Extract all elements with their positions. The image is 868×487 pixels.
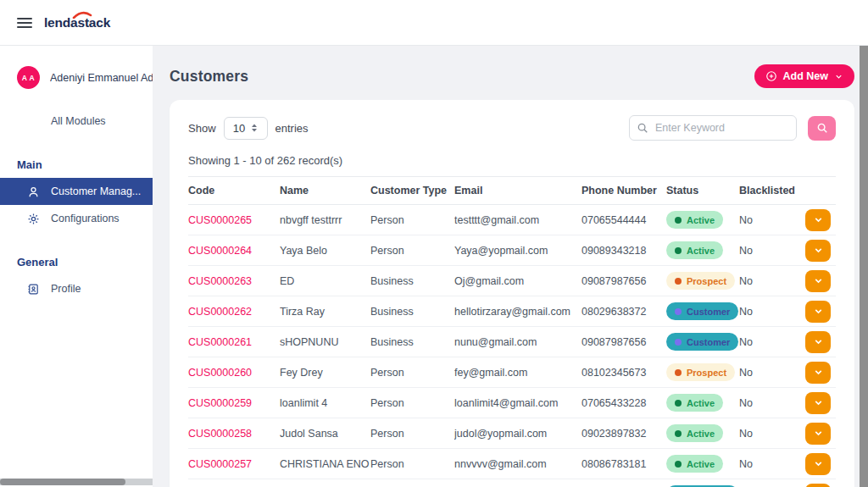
scrollbar-thumb[interactable] (0, 479, 125, 485)
user-icon (27, 185, 41, 198)
cell-status: Active (666, 205, 739, 235)
cell-code[interactable]: CUS0000263 (188, 266, 280, 296)
chevron-down-icon (813, 245, 824, 256)
cell-name: ED (280, 266, 370, 296)
status-badge: Active (666, 211, 723, 229)
cell-code[interactable]: CUS0000259 (188, 388, 280, 418)
cell-status: Active (666, 388, 739, 418)
cell-email: testttt@gmail.com (454, 205, 581, 235)
row-actions-button[interactable] (805, 362, 831, 384)
cell-actions (805, 266, 836, 296)
grid-icon (27, 114, 41, 128)
cell-status: Active (666, 449, 739, 479)
status-badge: Active (666, 424, 723, 442)
cell-email: nnvvvv@gmail.com (454, 449, 581, 479)
cell-status: Customer (666, 327, 739, 357)
cell-email: Yaya@yopmail.com (454, 235, 581, 266)
app-logo[interactable]: lendastack (44, 15, 110, 30)
sidebar-item-label: All Modules (51, 115, 106, 127)
chevron-down-icon (813, 428, 824, 439)
chevron-down-icon (813, 336, 824, 347)
row-actions-button[interactable] (805, 484, 831, 487)
sidebar-item-all-modules[interactable]: All Modules (0, 108, 153, 135)
search-input[interactable] (629, 115, 797, 141)
cell-code[interactable]: CUS0000257 (188, 449, 280, 479)
cell-code[interactable]: CUS0000264 (188, 235, 280, 266)
status-badge: Active (666, 455, 723, 473)
cell-blacklisted: No (739, 327, 805, 357)
cell-actions (805, 235, 836, 266)
cell-phone: 07065544444 (581, 205, 666, 235)
chevron-down-icon (813, 458, 824, 469)
add-new-label: Add New (783, 70, 828, 82)
cell-name: sHOPNUNU (280, 327, 370, 357)
status-badge: Active (666, 241, 723, 259)
cell-code[interactable]: CUS0000262 (188, 296, 280, 327)
row-actions-button[interactable] (805, 331, 831, 353)
cell-customer-type: Person (370, 418, 454, 449)
cell-name: GLORIA ADEO (280, 479, 370, 487)
status-dot-icon (675, 308, 682, 315)
row-actions-button[interactable] (805, 240, 831, 262)
sidebar-horizontal-scrollbar[interactable] (0, 479, 153, 485)
add-new-button[interactable]: Add New (754, 64, 854, 88)
sidebar-section-general: General (17, 256, 153, 268)
cell-name: Tirza Ray (280, 296, 370, 327)
cell-email: loanlimit4@gmail.com (454, 388, 581, 418)
row-actions-button[interactable] (805, 301, 831, 323)
cell-actions (805, 418, 836, 449)
search-icon (816, 122, 828, 134)
cell-phone: 09087987656 (581, 266, 666, 296)
avatar[interactable]: A A (17, 66, 40, 89)
cell-blacklisted: No (739, 235, 805, 266)
row-actions-button[interactable] (805, 209, 831, 231)
cell-status: Prospect (666, 266, 739, 296)
cell-code[interactable]: CUS0000265 (188, 205, 280, 235)
status-dot-icon (675, 217, 682, 224)
status-dot-icon (675, 369, 682, 376)
cell-status: Customer (666, 296, 739, 327)
search-button[interactable] (808, 116, 836, 141)
status-badge: Customer (666, 302, 738, 320)
cell-code[interactable]: CUS0000261 (188, 327, 280, 357)
cell-blacklisted: No (739, 205, 805, 235)
chevron-down-icon (813, 367, 824, 378)
table-row: CUS0000263EDBusinessOj@gmail.com09087987… (188, 266, 836, 296)
cell-code[interactable]: CUS0000256 (188, 479, 280, 487)
cell-email: Oj@gmail.com (454, 266, 581, 296)
cell-code[interactable]: CUS0000260 (188, 357, 280, 388)
row-actions-button[interactable] (805, 453, 831, 475)
sidebar-item-profile[interactable]: Profile (0, 275, 153, 302)
status-dot-icon (675, 278, 682, 285)
cell-blacklisted: No (739, 388, 805, 418)
sidebar-item-configurations[interactable]: Configurations (0, 205, 153, 232)
cell-actions (805, 388, 836, 418)
cell-name: Judol Sansa (280, 418, 370, 449)
cell-phone: 08086783181 (581, 449, 666, 479)
user-profile-row[interactable]: A A Adeniyi Emmanuel Ade (17, 66, 153, 89)
sidebar-item-customer-management[interactable]: Customer Manag... (0, 178, 153, 205)
row-actions-button[interactable] (805, 423, 831, 445)
page-size-value: 10 (233, 122, 245, 135)
status-dot-icon (675, 400, 682, 407)
row-actions-button[interactable] (805, 392, 831, 414)
cell-actions (805, 205, 836, 235)
main-content: Customers Add New Show 10 (153, 46, 868, 487)
cell-blacklisted: No (739, 296, 805, 327)
cell-blacklisted: No (739, 479, 805, 487)
updown-arrows-icon (251, 123, 258, 133)
cell-phone: 08102345673 (581, 357, 666, 388)
row-actions-button[interactable] (805, 270, 831, 292)
vertical-scrollbar[interactable] (860, 46, 868, 487)
cell-phone: 07065433228 (581, 388, 666, 418)
cell-actions (805, 357, 836, 388)
status-dot-icon (675, 247, 682, 254)
hamburger-menu-icon[interactable] (17, 15, 32, 30)
cell-name: Yaya Belo (280, 235, 370, 266)
page-size-select[interactable]: 10 (224, 117, 268, 140)
sidebar-item-label: Profile (51, 283, 81, 295)
table-row: CUS0000261sHOPNUNUBusinessnunu@gmail.com… (188, 327, 836, 357)
cell-code[interactable]: CUS0000258 (188, 418, 280, 449)
chevron-down-icon (813, 214, 824, 225)
top-bar: lendastack (0, 0, 868, 46)
